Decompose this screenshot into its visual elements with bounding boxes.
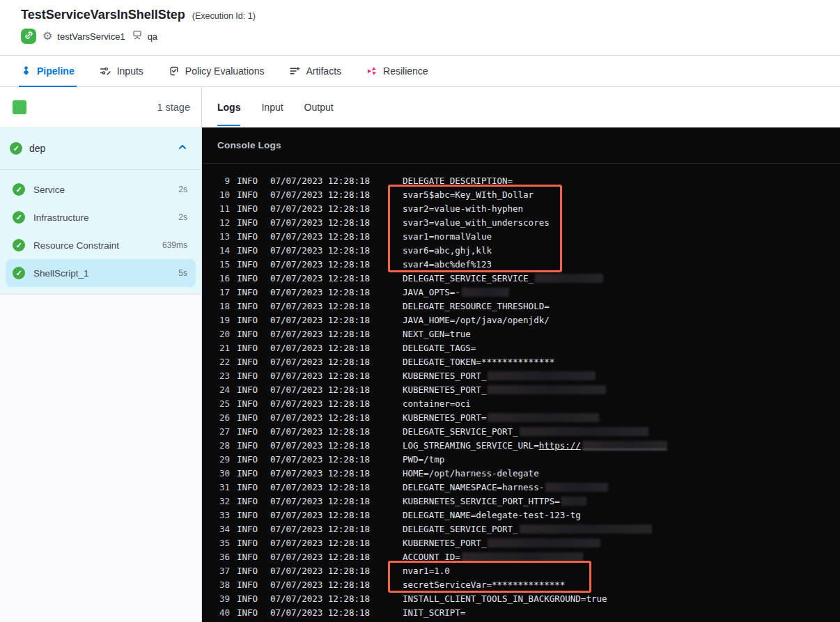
log-message-text: DELEGATE_RESOURCE_THRESHOLD=: [403, 301, 550, 311]
log-message-text: DELEGATE_DESCRIPTION=: [403, 176, 513, 186]
log-message-text: HOME=/opt/harness-delegate: [403, 468, 539, 479]
log-timestamp: 07/07/2023 12:28:18: [270, 580, 369, 590]
tab-pipeline[interactable]: Pipeline: [21, 56, 75, 86]
tab-logs[interactable]: Logs: [217, 87, 240, 127]
log-timestamp: 07/07/2023 12:28:18: [270, 315, 369, 325]
step-duration: 2s: [178, 212, 187, 222]
log-line: 32 INFO 07/07/2023 12:28:18 KUBERNETES_S…: [202, 494, 840, 508]
log-line-number: 17: [202, 287, 230, 297]
log-message-text: KUBERNETES_PORT_: [403, 384, 486, 395]
log-message: KUBERNETES_PORT=: [403, 412, 599, 423]
stage-group-header[interactable]: ✓ dep: [0, 127, 201, 169]
log-message: DELEGATE_TOKEN=**************: [403, 357, 554, 367]
stage-group: ✓ dep ✓ Service 2s ✓ Infrastructure 2s ✓…: [0, 127, 201, 294]
log-message-text: svar6=abc,ghj,klk: [403, 245, 492, 256]
redacted-value: [462, 552, 583, 561]
step-duration: 639ms: [162, 240, 187, 250]
redacted-value: [488, 385, 606, 394]
log-message: DELEGATE_NAME=delegate-test-123-tg: [403, 510, 581, 520]
console-log-area[interactable]: 9 INFO 07/07/2023 12:28:18 DELEGATE_DESC…: [202, 164, 840, 619]
log-line: 16 INFO 07/07/2023 12:28:18 DELEGATE_SER…: [202, 271, 840, 285]
stages-sidebar: 1 stage ✓ dep ✓ Service 2s ✓ Infrastruct…: [0, 87, 202, 622]
tab-inputs[interactable]: Inputs: [100, 56, 143, 86]
log-message-text: DELEGATE_TOKEN=**************: [403, 357, 554, 367]
log-line-number: 16: [202, 273, 230, 283]
check-circle-icon: ✓: [10, 142, 22, 155]
log-line: 37 INFO 07/07/2023 12:28:18 nvar1=1.0: [202, 563, 840, 577]
gear-icon: ⚙: [42, 31, 52, 42]
tab-artifacts[interactable]: Artifacts: [289, 56, 341, 86]
log-line-number: 23: [202, 371, 230, 381]
sidebar-step-item-resource-constraint[interactable]: ✓ Resource Constraint 639ms: [6, 231, 196, 259]
log-timestamp: 07/07/2023 12:28:18: [270, 287, 369, 297]
tab-input[interactable]: Input: [261, 87, 283, 127]
log-line: 14 INFO 07/07/2023 12:28:18 svar6=abc,gh…: [202, 243, 840, 257]
shield-check-icon: [169, 65, 180, 77]
log-line: 11 INFO 07/07/2023 12:28:18 svar2=value-…: [202, 201, 840, 215]
sidebar-empty-area: [0, 294, 201, 622]
log-message-link[interactable]: https://: [539, 440, 581, 451]
log-level: INFO: [237, 468, 265, 479]
log-level: INFO: [237, 259, 265, 270]
log-line: 19 INFO 07/07/2023 12:28:18 JAVA_HOME=/o…: [202, 313, 840, 327]
log-message-text: nvar1=1.0: [403, 566, 450, 576]
log-level: INFO: [237, 301, 265, 311]
log-line-number: 10: [202, 189, 230, 200]
log-timestamp: 07/07/2023 12:28:18: [270, 412, 369, 423]
tab-resilience[interactable]: Resilience: [366, 56, 428, 86]
log-line-number: 33: [202, 510, 230, 520]
console-panel: Console Logs 9 INFO 07/07/2023 12:28:18 …: [202, 127, 840, 622]
stage-count-label: 1 stage: [157, 102, 190, 113]
environment-chip[interactable]: qa: [132, 29, 157, 43]
execution-header: TestServiceVarsInShellStep (Execution Id…: [0, 0, 840, 56]
log-message: INIT_SCRIPT=: [403, 607, 465, 618]
title-row: TestServiceVarsInShellStep (Execution Id…: [21, 8, 840, 22]
sidebar-step-item-service[interactable]: ✓ Service 2s: [6, 176, 196, 203]
log-message: PWD=/tmp: [403, 454, 444, 465]
step-name: Resource Constraint: [33, 240, 154, 251]
log-line-number: 14: [202, 245, 230, 256]
log-message-text: svar4=abc%def%123: [403, 259, 492, 270]
chevron-up-icon[interactable]: [178, 142, 187, 155]
log-level: INFO: [237, 176, 265, 186]
stage-summary-card[interactable]: 1 stage: [0, 87, 201, 127]
log-timestamp: 07/07/2023 12:28:18: [270, 189, 369, 200]
console-header[interactable]: Console Logs: [202, 127, 840, 164]
log-line-number: 9: [202, 176, 230, 186]
log-level: INFO: [237, 398, 265, 409]
log-timestamp: 07/07/2023 12:28:18: [270, 607, 369, 618]
log-message-text: NEXT_GEN=true: [403, 329, 471, 339]
service-name: testVarsService1: [57, 31, 125, 42]
log-message: DELEGATE_NAMESPACE=harness-: [403, 482, 608, 492]
log-level: INFO: [237, 496, 265, 506]
log-line-number: 24: [202, 384, 230, 395]
sidebar-step-item-shellscript-1[interactable]: ✓ ShellScript_1 5s: [6, 259, 196, 287]
log-message-text: secretServiceVar=**************: [403, 580, 565, 590]
log-timestamp: 07/07/2023 12:28:18: [270, 259, 369, 270]
log-line-number: 37: [202, 566, 230, 576]
step-details-panel: Logs Input Output Console Logs 9 INFO 07…: [202, 87, 840, 622]
log-line: 38 INFO 07/07/2023 12:28:18 secretServic…: [202, 577, 840, 591]
tab-policy-evaluations[interactable]: Policy Evaluations: [169, 56, 265, 86]
step-name: Service: [33, 185, 170, 195]
tab-output-label: Output: [304, 102, 334, 113]
log-line-number: 25: [202, 398, 230, 409]
log-message-text: container=oci: [403, 398, 471, 409]
log-timestamp: 07/07/2023 12:28:18: [270, 496, 369, 506]
log-timestamp: 07/07/2023 12:28:18: [270, 454, 369, 465]
tab-output[interactable]: Output: [304, 87, 334, 127]
link-icon: [24, 30, 34, 43]
log-line-number: 29: [202, 454, 230, 465]
log-timestamp: 07/07/2023 12:28:18: [270, 217, 369, 228]
service-chip[interactable]: ⚙ testVarsService1: [42, 31, 125, 42]
log-message-text: DELEGATE_NAME=delegate-test-123-tg: [403, 510, 581, 520]
log-message: KUBERNETES_PORT_: [403, 371, 596, 381]
log-message: INSTALL_CLIENT_TOOLS_IN_BACKGROUND=true: [403, 593, 607, 604]
tab-artifacts-label: Artifacts: [306, 65, 341, 77]
log-message: KUBERNETES_PORT_: [403, 538, 600, 548]
sidebar-step-item-infrastructure[interactable]: ✓ Infrastructure 2s: [6, 203, 196, 231]
log-message-text: svar3=value_with_underscores: [403, 217, 550, 228]
log-line: 36 INFO 07/07/2023 12:28:18 ACCOUNT_ID=: [202, 550, 840, 563]
log-level: INFO: [237, 371, 265, 381]
log-message-text: svar1=normalValue: [403, 231, 492, 242]
